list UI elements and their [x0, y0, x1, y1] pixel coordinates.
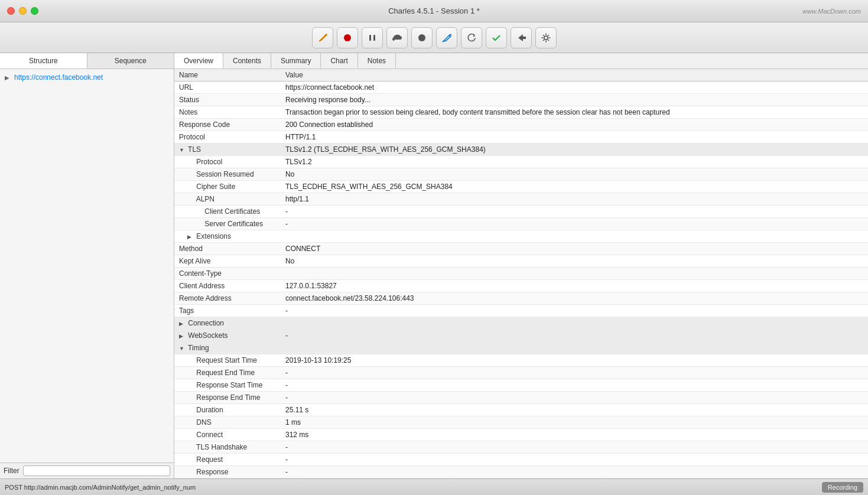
- row-name: Method: [174, 243, 281, 255]
- table-row: Remote Addressconnect.facebook.net/23.58…: [174, 292, 868, 305]
- sidebar-item-facebook[interactable]: ▶ https://connect.facebook.net: [0, 71, 174, 83]
- tab-overview[interactable]: Overview: [174, 53, 223, 69]
- row-name: Response End Time: [174, 392, 281, 404]
- row-value: -: [281, 218, 868, 230]
- row-name: Client Address: [174, 280, 281, 292]
- tab-summary[interactable]: Summary: [271, 53, 321, 69]
- sidebar-tab-structure[interactable]: Structure: [0, 53, 87, 69]
- row-name: Content-Type: [174, 268, 281, 280]
- row-name: ▼ Timing: [174, 342, 281, 354]
- row-value: No: [281, 255, 868, 268]
- sidebar-tabs: Structure Sequence: [0, 53, 174, 69]
- settings-btn[interactable]: [535, 27, 557, 48]
- pen-tool-btn[interactable]: [312, 27, 333, 48]
- recording-btn[interactable]: Recording: [822, 482, 863, 493]
- window-title: Charles 4.5.1 - Session 1 *: [388, 6, 480, 15]
- table-row: Connect312 ms: [174, 429, 868, 441]
- table-row: DNS1 ms: [174, 416, 868, 429]
- pencil-btn[interactable]: [436, 27, 457, 48]
- refresh-btn[interactable]: [461, 27, 482, 48]
- row-name: Response: [174, 466, 281, 478]
- overview-table: Name Value URLhttps://connect.facebook.n…: [174, 69, 868, 478]
- row-value: [281, 230, 868, 243]
- row-value: -: [281, 466, 868, 478]
- tab-chart[interactable]: Chart: [321, 53, 357, 69]
- row-value: 200 Connection established: [281, 119, 868, 131]
- row-value: -: [281, 392, 868, 404]
- row-value: -: [281, 454, 868, 466]
- circle-btn[interactable]: [411, 27, 433, 48]
- svg-point-5: [544, 36, 548, 40]
- table-row: Cipher SuiteTLS_ECDHE_RSA_WITH_AES_256_G…: [174, 181, 868, 193]
- sidebar: Structure Sequence ▶ https://connect.fac…: [0, 53, 174, 478]
- table-row: MethodCONNECT: [174, 243, 868, 255]
- sidebar-filter-bar: Filter: [0, 463, 174, 478]
- row-value: -: [281, 478, 868, 479]
- table-row: NotesTransaction began prior to session …: [174, 106, 868, 119]
- table-row: Kept AliveNo: [174, 255, 868, 268]
- table-row[interactable]: ▶ WebSockets-: [174, 330, 868, 342]
- sidebar-tab-sequence[interactable]: Sequence: [87, 53, 174, 69]
- row-name: Request Start Time: [174, 354, 281, 367]
- sidebar-content: ▶ https://connect.facebook.net: [0, 69, 174, 463]
- table-row: Server Certificates-: [174, 218, 868, 230]
- row-value: -: [281, 441, 868, 454]
- table-row: Response Code200 Connection established: [174, 119, 868, 131]
- row-value: [281, 342, 868, 354]
- table-row: ALPNhttp/1.1: [174, 193, 868, 206]
- row-value: 127.0.0.1:53827: [281, 280, 868, 292]
- check-btn[interactable]: [486, 27, 507, 48]
- toolbar: [0, 22, 868, 53]
- row-value: HTTP/1.1: [281, 131, 868, 144]
- svg-point-0: [344, 34, 351, 41]
- row-value: [281, 268, 868, 280]
- close-btn[interactable]: [7, 7, 15, 15]
- row-value: https://connect.facebook.net: [281, 82, 868, 94]
- table-row: Request Start Time2019-10-13 10:19:25: [174, 354, 868, 367]
- table-row[interactable]: ▶ Connection: [174, 317, 868, 330]
- cloud-btn[interactable]: [386, 27, 408, 48]
- row-name: Notes: [174, 106, 281, 119]
- row-name: ▼ TLS: [174, 144, 281, 156]
- tab-notes[interactable]: Notes: [358, 53, 396, 69]
- svg-point-3: [418, 34, 425, 41]
- row-value: Receiving response body...: [281, 94, 868, 106]
- table-row: ProtocolTLSv1.2: [174, 156, 868, 168]
- row-value: Transaction began prior to session being…: [281, 106, 868, 119]
- traffic-lights: [7, 7, 38, 15]
- titlebar: Charles 4.5.1 - Session 1 * www.MacDown.…: [0, 0, 868, 22]
- row-value: -: [281, 305, 868, 317]
- pause-btn[interactable]: [362, 27, 383, 48]
- arrow-btn[interactable]: [511, 27, 532, 48]
- row-name: ▶ Connection: [174, 317, 281, 330]
- detail-table: Name Value URLhttps://connect.facebook.n…: [174, 69, 868, 478]
- row-value: No: [281, 168, 868, 181]
- row-value: 25.11 s: [281, 404, 868, 416]
- tab-contents[interactable]: Contents: [223, 53, 271, 69]
- row-value: TLSv1.2: [281, 156, 868, 168]
- row-name: TLS Handshake: [174, 441, 281, 454]
- row-name: Response Code: [174, 119, 281, 131]
- filter-input[interactable]: [23, 465, 170, 476]
- row-name: Protocol: [174, 131, 281, 144]
- table-row[interactable]: ▼ TLSTLSv1.2 (TLS_ECDHE_RSA_WITH_AES_256…: [174, 144, 868, 156]
- table-row: Response-: [174, 466, 868, 478]
- table-row: URLhttps://connect.facebook.net: [174, 82, 868, 94]
- row-name: Duration: [174, 404, 281, 416]
- row-name: ALPN: [174, 193, 281, 206]
- table-row: Response End Time-: [174, 392, 868, 404]
- table-row: Response Start Time-: [174, 379, 868, 392]
- row-value: CONNECT: [281, 243, 868, 255]
- table-row[interactable]: ▼ Timing: [174, 342, 868, 354]
- record-btn[interactable]: [337, 27, 358, 48]
- statusbar-text: POST http://admin.macjb.com/AdminNotify/…: [5, 484, 196, 491]
- svg-rect-2: [373, 35, 375, 41]
- maximize-btn[interactable]: [31, 7, 38, 15]
- row-value: connect.facebook.net/23.58.224.106:443: [281, 292, 868, 305]
- row-name: Protocol: [174, 156, 281, 168]
- main-area: Structure Sequence ▶ https://connect.fac…: [0, 53, 868, 478]
- table-row: Client Certificates-: [174, 206, 868, 218]
- minimize-btn[interactable]: [19, 7, 27, 15]
- row-name: Request: [174, 454, 281, 466]
- table-row: Request-: [174, 454, 868, 466]
